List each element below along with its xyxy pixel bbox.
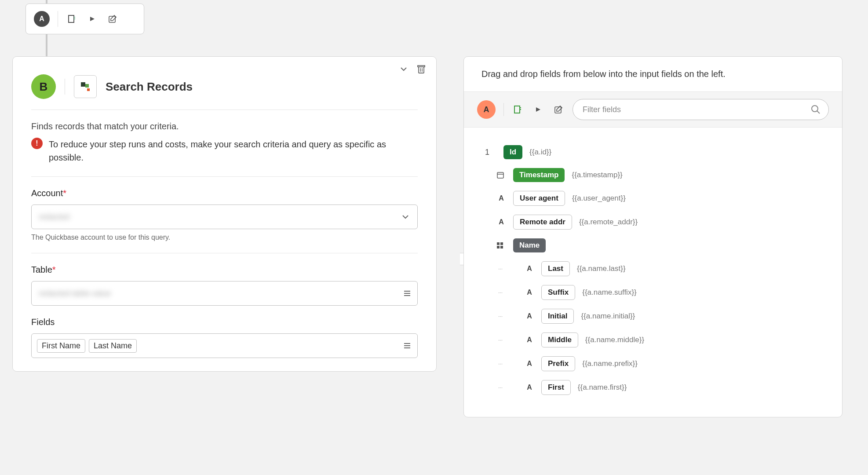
field-pill[interactable]: Remote addr (513, 215, 572, 230)
field-row[interactable]: ···APrefix{{a.name.prefix}} (498, 352, 824, 376)
play-icon[interactable] (532, 103, 544, 116)
edit-icon[interactable] (552, 103, 565, 116)
svg-rect-6 (418, 66, 425, 67)
field-row-number: 1 (481, 148, 489, 157)
field-row[interactable]: ···AFirst{{a.name.first}} (498, 376, 824, 399)
svg-line-24 (817, 111, 820, 113)
fields-label: Fields (31, 317, 418, 327)
tree-notch: ··· (498, 361, 503, 367)
svg-rect-1 (74, 17, 75, 18)
account-label-text: Account (31, 188, 63, 198)
divider (503, 103, 504, 116)
search-icon (811, 105, 821, 114)
svg-rect-20 (520, 109, 521, 110)
fields-picker-toolbar: A Filter fields (464, 91, 842, 128)
menu-icon[interactable] (403, 289, 411, 297)
field-row[interactable]: ···AMiddle{{a.name.middle}} (498, 328, 824, 352)
field-type-icon: A (525, 312, 534, 320)
field-pill[interactable]: Middle (541, 332, 578, 347)
field-chip[interactable]: First Name (37, 339, 85, 353)
field-expression: {{a.name.last}} (577, 264, 626, 273)
field-pill[interactable]: Suffix (541, 285, 575, 300)
field-expression: {{a.name.suffix}} (582, 288, 637, 297)
svg-rect-10 (85, 84, 89, 88)
field-pill[interactable]: Name (513, 238, 546, 252)
account-value: redacted (39, 212, 69, 222)
field-pill[interactable]: Initial (541, 309, 574, 324)
field-row[interactable]: AUser agent{{a.user_agent}} (481, 186, 824, 210)
field-row[interactable]: ···ASuffix{{a.name.suffix}} (498, 281, 824, 304)
svg-rect-5 (419, 67, 424, 73)
field-type-icon: A (525, 289, 534, 296)
svg-rect-25 (497, 172, 503, 178)
chevron-down-icon (401, 213, 409, 221)
field-pill[interactable]: Id (503, 145, 522, 159)
field-row[interactable]: ARemote addr{{a.remote_addr}} (481, 210, 824, 234)
fields-picker-instruction: Drag and drop fields from below into the… (464, 57, 842, 91)
field-expression: {{a.remote_addr}} (579, 218, 638, 227)
field-row[interactable]: ···AInitial{{a.name.initial}} (498, 304, 824, 328)
warning-text: To reduce your step runs and costs, make… (49, 138, 418, 164)
field-pill[interactable]: User agent (513, 191, 565, 206)
fields-input[interactable]: First Name Last Name (31, 333, 418, 358)
filter-fields-input[interactable]: Filter fields (573, 99, 829, 120)
field-row[interactable]: ···ALast{{a.name.last}} (498, 257, 824, 281)
fields-list: 1Id{{a.id}}Timestamp{{a.timestamp}}AUser… (464, 128, 842, 417)
field-expression: {{a.id}} (529, 148, 551, 157)
field-type-icon: A (525, 384, 534, 391)
svg-point-23 (812, 106, 818, 112)
field-type-icon (496, 242, 506, 249)
svg-rect-27 (497, 242, 500, 245)
field-type-icon: A (496, 194, 506, 202)
account-select[interactable]: redacted (31, 205, 418, 229)
field-expression: {{a.name.first}} (578, 383, 627, 392)
field-pill[interactable]: Last (541, 261, 570, 276)
trash-icon[interactable] (415, 63, 427, 75)
svg-rect-29 (497, 246, 500, 248)
collapse-icon[interactable] (398, 63, 410, 75)
field-row[interactable]: Timestamp{{a.timestamp}} (481, 164, 824, 186)
svg-rect-28 (500, 242, 503, 245)
svg-rect-19 (520, 107, 521, 108)
field-pill[interactable]: Prefix (541, 356, 575, 371)
tree-notch: ··· (498, 313, 503, 319)
tree-notch: ··· (498, 384, 503, 391)
svg-marker-21 (536, 107, 540, 112)
account-label: Account* (31, 188, 418, 198)
field-row[interactable]: Name (481, 234, 824, 257)
required-star: * (63, 188, 66, 198)
field-type-icon (496, 171, 506, 179)
table-label-text: Table (31, 265, 52, 274)
fields-picker-panel: Drag and drop fields from below into the… (463, 56, 842, 417)
tree-notch: ··· (498, 289, 503, 296)
field-chip[interactable]: Last Name (89, 339, 137, 353)
field-type-icon: A (525, 265, 534, 273)
warning-icon: ! (31, 138, 43, 149)
panel-icon[interactable] (512, 103, 524, 116)
svg-rect-11 (87, 88, 90, 91)
step-config-panel: B Search Records Finds records that matc… (12, 56, 437, 372)
step-badge-a: A (34, 11, 50, 27)
source-badge-a: A (477, 100, 496, 119)
step-title: Search Records (106, 80, 193, 94)
panel-icon[interactable] (66, 13, 78, 25)
menu-icon[interactable] (403, 342, 411, 350)
edit-icon[interactable] (106, 13, 119, 25)
tree-notch: ··· (498, 337, 503, 343)
table-input[interactable]: redacted-table-value (31, 281, 418, 306)
node-a-toolbar: A (26, 4, 144, 34)
svg-marker-3 (90, 17, 95, 21)
quickbase-app-icon (74, 75, 97, 98)
svg-rect-0 (69, 15, 74, 22)
step-description: Finds records that match your criteria. (31, 121, 418, 132)
field-type-icon: A (525, 336, 534, 344)
svg-rect-18 (514, 106, 520, 113)
warning-row: ! To reduce your step runs and costs, ma… (31, 136, 418, 176)
required-star: * (52, 265, 56, 274)
play-icon[interactable] (86, 13, 98, 25)
field-pill[interactable]: First (541, 380, 571, 395)
field-pill[interactable]: Timestamp (513, 168, 565, 182)
account-helper: The Quickbase account to use for this qu… (31, 234, 418, 241)
tree-notch: ··· (498, 266, 503, 272)
field-row[interactable]: 1Id{{a.id}} (481, 141, 824, 164)
